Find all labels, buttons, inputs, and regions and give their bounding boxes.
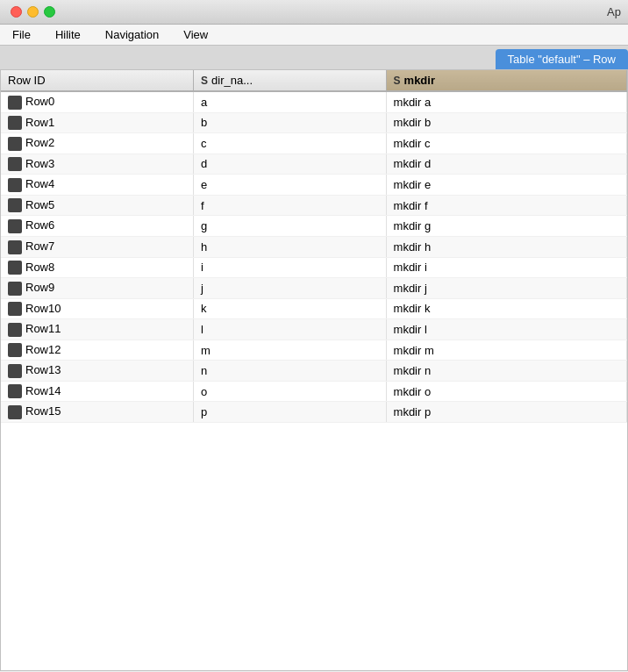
cell-mkdir-9: mkdir j (386, 278, 626, 299)
row-id-label: Row14 (25, 384, 61, 397)
cell-mkdir-13: mkdir n (386, 361, 626, 382)
cell-row-id-0: Row0 (1, 91, 194, 112)
cell-row-id-13: Row13 (1, 361, 194, 382)
cell-mkdir-2: mkdir c (386, 133, 626, 154)
row-indicator-icon (8, 364, 22, 378)
row-indicator-icon (8, 116, 22, 130)
cell-mkdir-1: mkdir b (386, 112, 626, 133)
row-id-label: Row3 (25, 157, 54, 170)
cell-row-id-8: Row8 (1, 257, 194, 278)
cell-row-id-11: Row11 (1, 319, 194, 340)
table-tab[interactable]: Table "default" – Row (496, 49, 628, 69)
row-indicator-icon (8, 240, 22, 254)
table-row[interactable]: Row8imkdir i (1, 257, 627, 278)
cell-row-id-9: Row9 (1, 278, 194, 299)
table-row[interactable]: Row15pmkdir p (1, 402, 627, 423)
cell-dir-name-3: d (194, 154, 387, 175)
title-bar: Ap (0, 0, 628, 25)
cell-dir-name-0: a (194, 91, 387, 112)
cell-row-id-5: Row5 (1, 195, 194, 216)
cell-row-id-15: Row15 (1, 402, 194, 423)
header-row: Row IDSdir_na...Smkdir (1, 70, 627, 91)
row-indicator-icon (8, 261, 22, 275)
cell-mkdir-15: mkdir p (386, 402, 626, 423)
menu-item-file[interactable]: File (7, 26, 36, 43)
cell-dir-name-15: p (194, 402, 387, 423)
row-id-label: Row0 (25, 95, 54, 108)
cell-dir-name-7: h (194, 236, 387, 257)
sort-icon: S (394, 75, 401, 87)
cell-row-id-7: Row7 (1, 236, 194, 257)
table-row[interactable]: Row10kmkdir k (1, 298, 627, 319)
table-row[interactable]: Row0amkdir a (1, 91, 627, 112)
table-row[interactable]: Row9jmkdir j (1, 278, 627, 299)
cell-mkdir-8: mkdir i (386, 257, 626, 278)
cell-mkdir-11: mkdir l (386, 319, 626, 340)
cell-mkdir-6: mkdir g (386, 216, 626, 237)
cell-dir-name-10: k (194, 298, 387, 319)
row-id-label: Row7 (25, 239, 54, 253)
row-indicator-icon (8, 282, 22, 296)
row-id-label: Row12 (25, 343, 61, 356)
cell-dir-name-4: e (194, 175, 387, 196)
cell-row-id-2: Row2 (1, 133, 194, 154)
table-row[interactable]: Row5fmkdir f (1, 195, 627, 216)
column-header-label-2: mkdir (404, 74, 435, 87)
row-indicator-icon (8, 219, 22, 233)
row-indicator-icon (8, 384, 22, 398)
cell-mkdir-12: mkdir m (386, 340, 626, 361)
data-table: Row IDSdir_na...Smkdir Row0amkdir aRow1b… (1, 70, 627, 423)
table-row[interactable]: Row13nmkdir n (1, 361, 627, 382)
row-indicator-icon (8, 323, 22, 337)
table-row[interactable]: Row2cmkdir c (1, 133, 627, 154)
row-indicator-icon (8, 96, 22, 110)
column-header-label-0: Row ID (8, 74, 46, 87)
row-indicator-icon (8, 343, 22, 357)
table-row[interactable]: Row6gmkdir g (1, 216, 627, 237)
cell-dir-name-6: g (194, 216, 387, 237)
minimize-button[interactable] (27, 6, 39, 18)
maximize-button[interactable] (44, 6, 55, 18)
table-row[interactable]: Row3dmkdir d (1, 154, 627, 175)
row-indicator-icon (8, 198, 22, 212)
row-id-label: Row10 (25, 302, 61, 315)
cell-mkdir-7: mkdir h (386, 236, 626, 257)
tab-bar: Table "default" – Row (0, 46, 628, 69)
table-row[interactable]: Row11lmkdir l (1, 319, 627, 340)
cell-mkdir-3: mkdir d (386, 154, 626, 175)
row-id-label: Row15 (25, 404, 61, 418)
cell-row-id-14: Row14 (1, 381, 194, 402)
column-header-1[interactable]: Sdir_na... (194, 70, 387, 91)
menu-item-hilite[interactable]: Hilite (50, 26, 86, 43)
row-id-label: Row13 (25, 363, 61, 376)
table-row[interactable]: Row4emkdir e (1, 175, 627, 196)
cell-dir-name-5: f (194, 195, 387, 216)
menu-bar: FileHiliteNavigationView (0, 25, 628, 46)
row-indicator-icon (8, 302, 22, 316)
column-header-0[interactable]: Row ID (1, 70, 194, 91)
menu-item-view[interactable]: View (178, 26, 213, 43)
table-row[interactable]: Row12mmkdir m (1, 340, 627, 361)
table-body: Row0amkdir aRow1bmkdir bRow2cmkdir cRow3… (1, 91, 627, 423)
row-id-label: Row11 (25, 322, 61, 335)
cell-row-id-4: Row4 (1, 175, 194, 196)
cell-row-id-1: Row1 (1, 112, 194, 133)
cell-dir-name-8: i (194, 257, 387, 278)
cell-dir-name-13: n (194, 361, 387, 382)
app-title: Ap (607, 5, 621, 18)
cell-dir-name-12: m (194, 340, 387, 361)
cell-row-id-6: Row6 (1, 216, 194, 237)
sort-icon: S (201, 75, 208, 87)
table-row[interactable]: Row14omkdir o (1, 381, 627, 402)
menu-item-navigation[interactable]: Navigation (100, 26, 164, 43)
cell-mkdir-5: mkdir f (386, 195, 626, 216)
close-button[interactable] (11, 6, 22, 18)
table-row[interactable]: Row7hmkdir h (1, 236, 627, 257)
row-id-label: Row2 (25, 136, 54, 149)
cell-mkdir-4: mkdir e (386, 175, 626, 196)
column-header-2[interactable]: Smkdir (386, 70, 626, 91)
cell-row-id-3: Row3 (1, 154, 194, 175)
row-id-label: Row1 (25, 116, 54, 129)
table-row[interactable]: Row1bmkdir b (1, 112, 627, 133)
column-header-label-1: dir_na... (211, 74, 253, 87)
